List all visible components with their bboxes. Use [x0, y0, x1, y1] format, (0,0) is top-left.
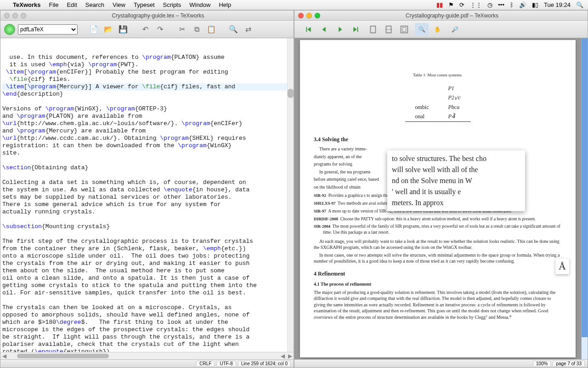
select-text-icon[interactable]: 🔎: [448, 23, 462, 36]
pdf-page-indicator[interactable]: page 7 of 33: [553, 361, 585, 367]
editor-line[interactable]: \end{description}: [2, 91, 292, 98]
editor-line[interactable]: [2, 216, 292, 223]
next-page-icon[interactable]: [333, 23, 347, 36]
sync-icon[interactable]: ⟳: [459, 1, 464, 8]
editor-area[interactable]: use. In this document, references to \pr…: [0, 38, 294, 352]
editor-line[interactable]: site.: [2, 150, 292, 157]
editor-line[interactable]: onto a microscope slide under oil. The o…: [2, 253, 292, 260]
status-eol[interactable]: CRLF: [196, 361, 215, 367]
bluetooth-icon[interactable]: ᛒ: [510, 1, 514, 8]
editor-line[interactable]: polariser available, check that the crys…: [2, 341, 292, 348]
prev-page-icon[interactable]: [317, 23, 331, 36]
editor-line[interactable]: the crystals from the air or drying out,…: [2, 260, 292, 267]
editor-line[interactable]: There is some general advice which is tr…: [2, 201, 292, 208]
menu-help[interactable]: Help: [219, 1, 231, 8]
battery-icon[interactable]: ▮▯: [532, 1, 538, 8]
editor-line[interactable]: and \program{Mercury} are available from: [2, 127, 292, 135]
spotlight-icon[interactable]: 🔍: [576, 1, 583, 8]
editor-line[interactable]: be straight. If light will pass through …: [2, 334, 292, 341]
editor-titlebar[interactable]: Crystallography-guide.tex – TeXworks: [0, 11, 294, 21]
editor-line[interactable]: \url{http://www.ccdc.cam.ac.uk/}. Obtain…: [2, 135, 292, 142]
redo-icon[interactable]: ↷: [154, 23, 166, 35]
editor-line[interactable]: \url{http://www.chem.gla.ac.uk/~louis/so…: [2, 120, 292, 127]
menu-file[interactable]: File: [49, 1, 58, 8]
menu-view[interactable]: View: [113, 1, 125, 8]
save-icon[interactable]: 💾: [117, 23, 129, 35]
editor-line[interactable]: \section{Obtaining data}: [2, 164, 292, 172]
menu-window[interactable]: Window: [189, 1, 210, 8]
editor-line[interactable]: getting some crystals to stick to the sp…: [2, 282, 292, 289]
editor-line[interactable]: [2, 230, 292, 238]
last-page-icon[interactable]: [349, 23, 362, 36]
scroll-hand-icon[interactable]: ✋: [430, 23, 444, 36]
cut-icon[interactable]: ✂: [176, 23, 188, 35]
menu-edit[interactable]: Edit: [67, 1, 77, 8]
editor-line[interactable]: Collecting a data set is something which…: [2, 179, 292, 186]
editor-line[interactable]: The crystals can then be looked at on a …: [2, 304, 292, 311]
replace-icon[interactable]: ⇄: [242, 23, 254, 35]
wifi-icon[interactable]: ⋮⋮: [470, 1, 482, 8]
clock[interactable]: Tue 19:24: [544, 1, 571, 8]
editor-line[interactable]: rotated (\enquote{extinguish}).: [2, 348, 292, 352]
fit-width-icon[interactable]: [382, 23, 396, 36]
close-button[interactable]: [4, 13, 10, 18]
editor-line[interactable]: from the container they are in (Schlenk,…: [2, 245, 292, 253]
menu-typeset[interactable]: Typeset: [134, 1, 155, 8]
editor-line[interactable]: [2, 172, 292, 179]
zoom-button[interactable]: [315, 13, 320, 18]
status-encoding[interactable]: UTF-8: [216, 361, 236, 367]
editor-line[interactable]: \item[\program{Mercury}] A viewer for \f…: [2, 83, 292, 91]
editor-line[interactable]: the system in use. As well as data colle…: [2, 186, 292, 194]
editor-line[interactable]: \subsection{Mounting crystals}: [2, 223, 292, 230]
typeset-button[interactable]: [4, 24, 15, 35]
first-page-icon[interactable]: [302, 23, 316, 36]
editor-vscrollbar[interactable]: [287, 38, 294, 352]
minimize-button[interactable]: [306, 13, 312, 18]
pdf-view[interactable]: Table 1: Most comm systems. P1 P2₁/c omb…: [294, 38, 588, 359]
editor-hscrollbar[interactable]: ◀◀▶: [0, 352, 294, 359]
zoom-button[interactable]: [21, 13, 26, 18]
paste-icon[interactable]: 📋: [205, 23, 217, 35]
magnify-icon[interactable]: 🔍: [415, 23, 429, 36]
editor-line[interactable]: oil. For air-sensitive samples, quick tr…: [2, 289, 292, 297]
more-icon[interactable]: •••: [498, 1, 504, 8]
editor-line[interactable]: [2, 297, 292, 304]
editor-line[interactable]: sets may be supplied by national service…: [2, 194, 292, 201]
find-icon[interactable]: 🔍: [227, 23, 239, 35]
editor-line[interactable]: which are $>180\degree$. The first thing…: [2, 319, 292, 326]
pdf-titlebar[interactable]: Crystallography-guide.pdf – TeXworks: [294, 11, 588, 21]
editor-line[interactable]: [2, 98, 292, 105]
app-name[interactable]: TeXworks: [13, 1, 40, 8]
editor-line[interactable]: and \program{PLATON} are available from: [2, 113, 292, 120]
menu-search[interactable]: Search: [85, 1, 104, 8]
editor-line[interactable]: microscope is the edges of the prospecti…: [2, 326, 292, 334]
fit-window-icon[interactable]: [397, 23, 411, 36]
editor-line[interactable]: Versions of \program{WinGX}, \program{OR…: [2, 105, 292, 113]
close-button[interactable]: [298, 13, 304, 18]
editor-line[interactable]: [2, 157, 292, 164]
editor-line[interactable]: \file{cif} files.: [2, 76, 292, 83]
actual-size-icon[interactable]: [366, 23, 380, 36]
flag-icon[interactable]: ⚑: [448, 1, 454, 8]
editor-line[interactable]: them about on the slide. The usual metho…: [2, 267, 292, 275]
timemachine-icon[interactable]: ◷: [487, 1, 492, 8]
copy-icon[interactable]: ⧉: [191, 23, 203, 35]
editor-line[interactable]: \item[\program{enCIFer}] Probably the be…: [2, 69, 292, 76]
editor-line[interactable]: actually running crystals.: [2, 208, 292, 216]
editor-line[interactable]: The first step of the crystallographic p…: [2, 238, 292, 245]
volume-icon[interactable]: 🔊: [519, 1, 526, 8]
editor-line[interactable]: registration: it can then be downloaded …: [2, 142, 292, 150]
editor-line[interactable]: it is used \emph{via} \program{PWT}.: [2, 61, 292, 69]
editor-line[interactable]: oil onto a clean slide, and onto a spatu…: [2, 275, 292, 282]
editor-line[interactable]: use. In this document, references to \pr…: [2, 54, 292, 61]
menu-scripts[interactable]: Scripts: [163, 1, 181, 8]
new-icon[interactable]: 📄: [88, 23, 100, 35]
pause-icon[interactable]: ▮▮: [436, 1, 443, 8]
minimize-button[interactable]: [12, 13, 18, 18]
pdf-zoom[interactable]: 100%: [533, 361, 551, 367]
undo-icon[interactable]: ↶: [139, 23, 151, 35]
pdf-vscrollbar[interactable]: [581, 38, 588, 359]
engine-select[interactable]: pdfLaTeX: [18, 24, 78, 34]
editor-line[interactable]: opposed to amorphous solids, should have…: [2, 311, 292, 319]
open-icon[interactable]: 📂: [102, 23, 114, 35]
